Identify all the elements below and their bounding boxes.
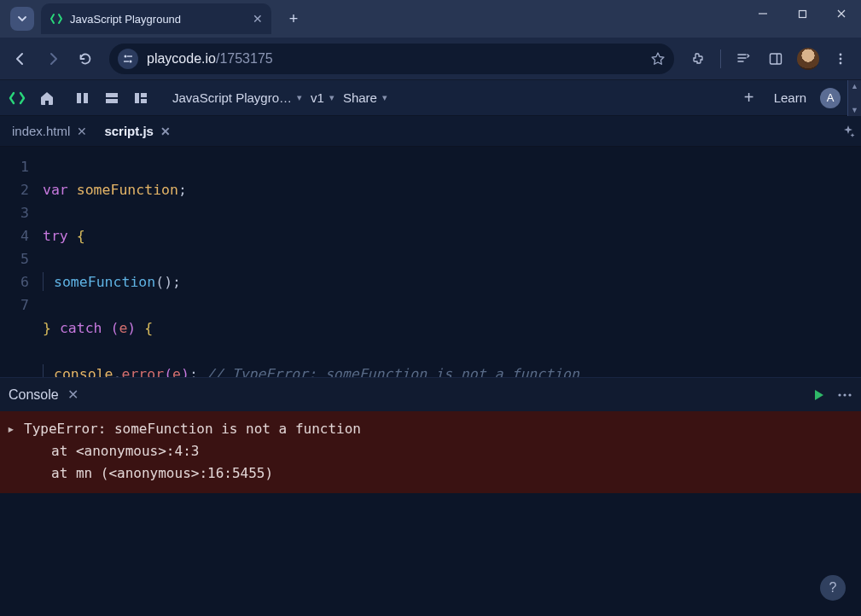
tok: someFunction (54, 274, 155, 290)
svg-rect-13 (106, 93, 118, 97)
line-number: 2 (0, 178, 29, 201)
app-toolbar: JavaScript Playgro… ▾ v1 ▾ Share ▾ + Lea… (0, 80, 847, 116)
close-icon[interactable]: ✕ (77, 125, 87, 138)
side-panel-icon[interactable] (760, 44, 791, 74)
url-path: /1753175 (216, 51, 273, 66)
console-title: Console (9, 387, 59, 403)
tok: ) (127, 320, 136, 336)
tok: e (172, 366, 181, 377)
tok: (); (155, 274, 181, 290)
line-number: 3 (0, 201, 29, 224)
svg-rect-12 (84, 93, 88, 103)
code-area[interactable]: var someFunction; try { someFunction(); … (38, 147, 840, 377)
expand-caret-icon[interactable]: ▸ (7, 418, 17, 440)
search-tabs-button[interactable] (10, 7, 34, 31)
line-number: 7 (0, 293, 29, 317)
file-tabs: index.html ✕ script.js ✕ (0, 116, 861, 147)
playcode-logo-icon[interactable] (7, 88, 27, 108)
tok: console (54, 366, 113, 377)
share-label: Share (343, 90, 377, 105)
console-output[interactable]: ▸ TypeError: someFunction is not a funct… (0, 411, 861, 493)
svg-rect-11 (77, 93, 81, 103)
close-icon[interactable]: ✕ (160, 125, 171, 138)
tabstrip: JavaScript Playground ✕ + (0, 0, 743, 38)
chevron-down-icon: ▾ (329, 92, 335, 103)
file-tab-label: index.html (12, 124, 70, 138)
line-number: 6 (0, 270, 29, 293)
minimize-button[interactable] (743, 0, 782, 27)
tok: { (144, 320, 153, 336)
svg-point-10 (840, 61, 842, 64)
tok: ( (110, 320, 119, 336)
site-settings-icon[interactable] (118, 49, 138, 69)
playcode-favicon-icon (49, 12, 63, 26)
tok: // TypeError: someFunction is not a func… (207, 366, 579, 377)
maximize-button[interactable] (782, 0, 822, 27)
file-tab-label: script.js (104, 124, 154, 138)
svg-point-19 (843, 393, 846, 396)
more-icon[interactable] (837, 388, 852, 402)
add-button[interactable]: + (738, 87, 760, 109)
tok: ; (189, 366, 198, 377)
tok: ; (178, 182, 187, 198)
chrome-menu-icon[interactable] (825, 44, 856, 74)
forward-button[interactable] (38, 44, 68, 74)
line-number: 4 (0, 224, 29, 247)
svg-point-2 (125, 55, 127, 57)
home-icon[interactable] (36, 87, 58, 109)
layout-rows-icon[interactable] (101, 87, 123, 109)
profile-avatar[interactable] (793, 44, 823, 74)
layout-columns-icon[interactable] (72, 87, 94, 109)
file-tab-index-html[interactable]: index.html ✕ (5, 119, 94, 143)
svg-point-9 (840, 57, 842, 60)
tok: { (77, 228, 85, 244)
svg-point-20 (848, 393, 851, 396)
back-button[interactable] (5, 44, 36, 74)
svg-point-8 (840, 53, 842, 55)
bookmark-icon[interactable] (650, 51, 666, 67)
console-line: at <anonymous>:4:3 (7, 440, 854, 462)
learn-link[interactable]: Learn (774, 90, 806, 105)
tok: error (121, 366, 164, 377)
tok: catch (60, 320, 102, 336)
share-dropdown[interactable]: Share ▾ (343, 90, 387, 105)
layout-grid-icon[interactable] (130, 87, 152, 109)
tab-close-icon[interactable]: ✕ (253, 12, 263, 26)
window-controls (743, 0, 861, 27)
svg-rect-14 (106, 99, 118, 103)
file-tab-script-js[interactable]: script.js ✕ (97, 119, 177, 143)
console-header: Console ✕ (0, 377, 861, 411)
reload-button[interactable] (70, 44, 101, 74)
scroll-up-icon[interactable]: ▲ (848, 80, 861, 92)
svg-point-4 (130, 60, 132, 62)
address-bar: playcode.io/1753175 (0, 38, 861, 80)
chevron-down-icon: ▾ (297, 92, 302, 103)
svg-rect-15 (135, 93, 139, 103)
user-avatar[interactable]: A (820, 88, 841, 108)
help-button[interactable]: ? (820, 575, 846, 601)
close-window-button[interactable] (822, 0, 861, 27)
tok: ) (181, 366, 189, 377)
chevron-down-icon: ▾ (382, 92, 387, 103)
project-title-dropdown[interactable]: JavaScript Playgro… ▾ (172, 90, 302, 105)
line-number: 1 (0, 155, 29, 178)
run-button[interactable] (812, 388, 825, 402)
scroll-down-icon[interactable]: ▼ (848, 104, 861, 116)
url-host: playcode.io (147, 51, 216, 66)
new-tab-button[interactable]: + (282, 7, 305, 31)
browser-tab[interactable]: JavaScript Playground ✕ (41, 3, 271, 34)
svg-rect-16 (141, 93, 147, 97)
version-label: v1 (311, 90, 324, 105)
tok: e (119, 320, 127, 336)
reading-list-icon[interactable] (728, 44, 759, 74)
console-line: at mn (<anonymous>:16:5455) (7, 462, 854, 485)
page-scrollbar[interactable]: ▲ ▼ (847, 80, 861, 116)
code-editor[interactable]: 1 2 3 4 5 6 7 var someFunction; try { so… (0, 147, 861, 377)
ai-sparkle-icon[interactable] (841, 124, 856, 139)
omnibox[interactable]: playcode.io/1753175 (109, 44, 674, 74)
version-dropdown[interactable]: v1 ▾ (311, 90, 335, 105)
close-icon[interactable]: ✕ (67, 386, 79, 403)
extensions-icon[interactable] (683, 44, 713, 74)
console-empty-area (0, 493, 861, 616)
browser-tab-title: JavaScript Playground (70, 13, 181, 26)
